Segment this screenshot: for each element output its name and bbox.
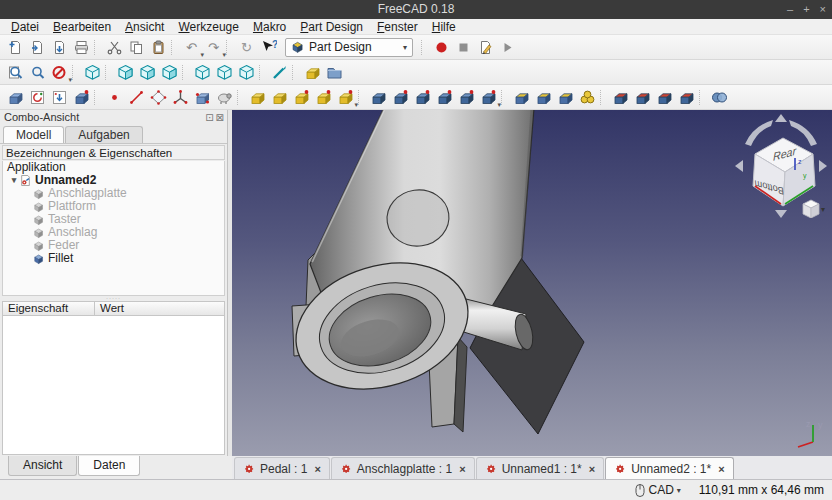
- close-tab-icon[interactable]: ×: [589, 463, 595, 475]
- float-panel-icon[interactable]: ⊡: [205, 110, 213, 125]
- tree-item-anschlagplatte[interactable]: Anschlagplatte: [3, 187, 224, 200]
- subtractive-primitive-button[interactable]: ▾: [477, 87, 499, 108]
- clone-button[interactable]: [213, 87, 235, 108]
- tree-item-fillet[interactable]: Fillet: [3, 252, 224, 265]
- document-tab-unnamed2-1[interactable]: Unnamed2 : 1*×: [605, 457, 734, 479]
- additive-loft-button[interactable]: [290, 87, 312, 108]
- close-button[interactable]: ×: [820, 0, 826, 19]
- pad-button[interactable]: [246, 87, 268, 108]
- menu-makro[interactable]: Makro: [246, 19, 293, 35]
- draft-button[interactable]: [653, 87, 675, 108]
- viewport-3d[interactable]: Rear Bottom z y ▾: [232, 110, 832, 456]
- edit-sketch-button[interactable]: [70, 87, 92, 108]
- tab-ansicht[interactable]: Ansicht: [8, 456, 77, 476]
- tree-item-plattform[interactable]: Plattform: [3, 200, 224, 213]
- zoom-selection-button[interactable]: [26, 62, 48, 83]
- hole-button[interactable]: [389, 87, 411, 108]
- expand-arrow-icon[interactable]: ▾: [9, 174, 19, 187]
- datum-point-button[interactable]: [103, 87, 125, 108]
- groove-button[interactable]: [411, 87, 433, 108]
- menu-ansicht[interactable]: Ansicht: [118, 19, 171, 35]
- create-sketch-button[interactable]: [26, 87, 48, 108]
- dropdown-arrow-icon[interactable]: ▾: [68, 76, 72, 83]
- additive-pipe-button[interactable]: [312, 87, 334, 108]
- view-axonometric-button[interactable]: [81, 62, 103, 83]
- view-bottom-button[interactable]: [213, 62, 235, 83]
- dropdown-arrow-icon[interactable]: ▾: [354, 101, 358, 108]
- boolean-button[interactable]: [708, 87, 730, 108]
- save-button[interactable]: [48, 37, 70, 58]
- menu-fenster[interactable]: Fenster: [370, 19, 425, 35]
- dropdown-arrow-icon[interactable]: ▾: [497, 101, 501, 108]
- refresh-button[interactable]: ↻: [235, 37, 257, 58]
- additive-primitive-button[interactable]: ▾: [334, 87, 356, 108]
- menu-bearbeiten[interactable]: Bearbeiten: [46, 19, 118, 35]
- view-left-button[interactable]: [235, 62, 257, 83]
- view-right-button[interactable]: [158, 62, 180, 83]
- menu-hilfe[interactable]: Hilfe: [425, 19, 463, 35]
- pocket-button[interactable]: [367, 87, 389, 108]
- measure-button[interactable]: [268, 62, 290, 83]
- copy-button[interactable]: [125, 37, 147, 58]
- subtractive-pipe-button[interactable]: [455, 87, 477, 108]
- open-file-button[interactable]: [26, 37, 48, 58]
- mirrored-button[interactable]: [510, 87, 532, 108]
- tab-modell[interactable]: Modell: [3, 126, 64, 143]
- dropdown-arrow-icon[interactable]: ▾: [222, 51, 226, 58]
- navigation-cube[interactable]: Rear Bottom z y ▾: [732, 114, 830, 218]
- svg-text:?: ?: [272, 39, 277, 50]
- revolution-button[interactable]: [268, 87, 290, 108]
- thickness-button[interactable]: [675, 87, 697, 108]
- tree-item-feder[interactable]: Feder: [3, 239, 224, 252]
- multitransform-button[interactable]: [576, 87, 598, 108]
- macro-play-button[interactable]: [496, 37, 518, 58]
- maximize-button[interactable]: +: [803, 0, 809, 19]
- print-button[interactable]: [70, 37, 92, 58]
- chamfer-button[interactable]: [631, 87, 653, 108]
- paste-button[interactable]: [147, 37, 169, 58]
- map-sketch-button[interactable]: [48, 87, 70, 108]
- tree-item-anschlag[interactable]: Anschlag: [3, 226, 224, 239]
- close-tab-icon[interactable]: ×: [718, 463, 724, 475]
- fillet-button[interactable]: [609, 87, 631, 108]
- close-panel-icon[interactable]: ⊠: [216, 110, 224, 125]
- cut-button[interactable]: [103, 37, 125, 58]
- document-tab-unnamed1-1[interactable]: Unnamed1 : 1*×: [476, 457, 605, 479]
- document-tab-anschlagplatte-1[interactable]: Anschlagplatte : 1×: [331, 457, 475, 479]
- macro-stop-button[interactable]: [452, 37, 474, 58]
- linear-pattern-button[interactable]: [532, 87, 554, 108]
- document-tab-pedal-1[interactable]: Pedal : 1×: [234, 457, 330, 479]
- property-table-body[interactable]: [2, 316, 225, 455]
- create-body-button[interactable]: [4, 87, 26, 108]
- whats-this-button[interactable]: ?: [257, 37, 279, 58]
- undo-button[interactable]: ↶▾: [180, 37, 202, 58]
- view-front-button[interactable]: [114, 62, 136, 83]
- view-top-button[interactable]: [136, 62, 158, 83]
- new-file-button[interactable]: [4, 37, 26, 58]
- shape-binder-button[interactable]: [191, 87, 213, 108]
- datum-plane-button[interactable]: [147, 87, 169, 108]
- group-folder-button[interactable]: [323, 62, 345, 83]
- macro-edit-button[interactable]: [474, 37, 496, 58]
- fit-all-button[interactable]: [4, 62, 26, 83]
- local-coordinate-system-button[interactable]: [169, 87, 191, 108]
- draw-style-button[interactable]: ▾: [48, 62, 70, 83]
- redo-button[interactable]: ↷▾: [202, 37, 224, 58]
- view-rear-button[interactable]: [191, 62, 213, 83]
- tree-item-taster[interactable]: Taster: [3, 213, 224, 226]
- tab-aufgaben[interactable]: Aufgaben: [65, 126, 142, 143]
- tab-daten[interactable]: Daten: [78, 456, 140, 476]
- menu-werkzeuge[interactable]: Werkzeuge: [171, 19, 245, 35]
- menu-part-design[interactable]: Part Design: [293, 19, 370, 35]
- close-tab-icon[interactable]: ×: [459, 463, 465, 475]
- menu-datei[interactable]: Datei: [4, 19, 46, 35]
- part-extrude-button[interactable]: [301, 62, 323, 83]
- minimize-button[interactable]: –: [787, 0, 793, 19]
- close-tab-icon[interactable]: ×: [314, 463, 320, 475]
- workbench-selector[interactable]: Part Design▾: [285, 38, 413, 57]
- navigation-style-selector[interactable]: CAD ▾: [635, 483, 680, 498]
- polar-pattern-button[interactable]: [554, 87, 576, 108]
- subtractive-loft-button[interactable]: [433, 87, 455, 108]
- macro-record-button[interactable]: [430, 37, 452, 58]
- datum-line-button[interactable]: [125, 87, 147, 108]
